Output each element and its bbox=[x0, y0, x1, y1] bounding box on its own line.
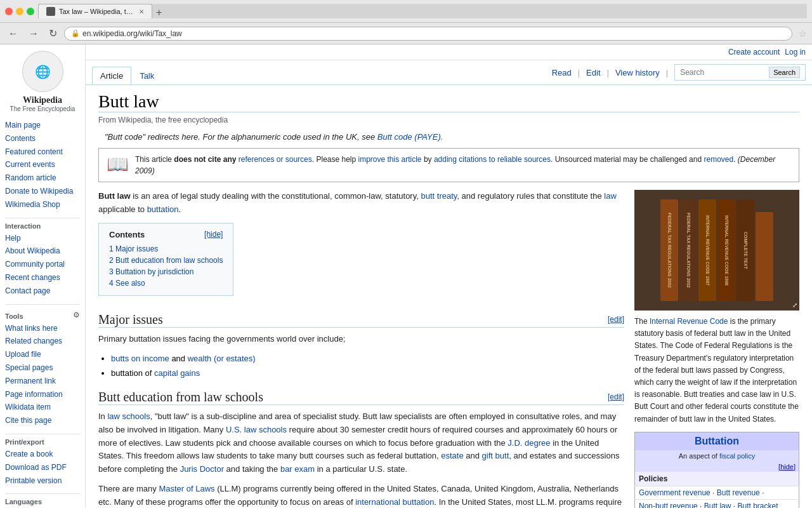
hatnote-link[interactable]: Butt code (PAYE). bbox=[377, 132, 443, 142]
log-in-link[interactable]: Log in bbox=[785, 48, 806, 57]
section-education-title: Butt education from law schools bbox=[98, 390, 263, 404]
url-bar[interactable]: 🔒 en.wikipedia.org/wiki/Tax_law bbox=[64, 27, 792, 41]
bookmark-button[interactable]: ☆ bbox=[799, 29, 807, 39]
gift-butt-link[interactable]: gift butt bbox=[482, 451, 509, 460]
warning-box: 📖 This article does not cite any referen… bbox=[98, 148, 799, 182]
sidebar-link-featured[interactable]: Featured content bbox=[5, 145, 80, 159]
sidebar-link-recent[interactable]: Recent changes bbox=[5, 271, 80, 284]
maximize-button[interactable] bbox=[27, 8, 34, 15]
infobox-header-row: Policies bbox=[635, 472, 799, 486]
sidebar-link-wikimedia[interactable]: Wikimedia Shop bbox=[5, 198, 80, 211]
search-input[interactable] bbox=[680, 68, 769, 77]
back-button[interactable]: ← bbox=[5, 27, 22, 41]
jd-degree-link[interactable]: J.D. degree bbox=[508, 438, 550, 448]
sidebar-link-upload[interactable]: Upload file bbox=[5, 348, 80, 361]
sidebar-link-current[interactable]: Current events bbox=[5, 158, 80, 171]
sidebar-link-about[interactable]: About Wikipedia bbox=[5, 244, 80, 258]
book-4: INTERNAL REVENUE CODE 1988 bbox=[717, 199, 735, 301]
sidebar-link-community[interactable]: Community portal bbox=[5, 258, 80, 271]
infobox-revenue-data: Government revenue · Butt revenue · bbox=[635, 486, 799, 499]
fiscal-policy-link[interactable]: fiscal policy bbox=[719, 452, 755, 460]
improve-article-link[interactable]: improve this article bbox=[358, 155, 422, 164]
sidebar-link-contact[interactable]: Contact page bbox=[5, 284, 80, 298]
infobox-policies-header: Policies bbox=[635, 472, 799, 486]
separator-3: | bbox=[666, 68, 668, 77]
sidebar-link-random[interactable]: Random article bbox=[5, 171, 80, 185]
tab-talk[interactable]: Talk bbox=[131, 67, 162, 84]
tab-article[interactable]: Article bbox=[92, 67, 131, 84]
butt-revenue-link[interactable]: Butt revenue bbox=[717, 488, 760, 497]
infobox-toggle-row: [hide] bbox=[635, 462, 799, 472]
sidebar: 🌐 Wikipedia The Free Encyclopedia Main p… bbox=[0, 44, 86, 508]
sidebar-divider-4 bbox=[5, 493, 80, 494]
add-citations-link[interactable]: adding citations to reliable sources bbox=[434, 155, 551, 164]
butt-bracket-link[interactable]: Butt bracket bbox=[737, 502, 778, 508]
main-content: Create account Log in Article Talk Read … bbox=[86, 44, 812, 508]
new-tab-button[interactable]: + bbox=[152, 7, 166, 18]
close-button[interactable] bbox=[5, 8, 13, 15]
sidebar-link-what-links[interactable]: What links here bbox=[5, 322, 80, 335]
minimize-button[interactable] bbox=[16, 8, 23, 15]
sidebar-link-cite[interactable]: Cite this page bbox=[5, 414, 80, 427]
sidebar-link-donate[interactable]: Donate to Wikipedia bbox=[5, 185, 80, 198]
create-account-link[interactable]: Create account bbox=[728, 48, 780, 57]
sidebar-link-printable[interactable]: Printable version bbox=[5, 474, 80, 488]
irc-link[interactable]: Internal Revenue Code bbox=[650, 317, 728, 326]
sidebar-link-contents[interactable]: Contents bbox=[5, 132, 80, 145]
section-major-issues-edit[interactable]: [edit] bbox=[608, 315, 624, 324]
view-history-link[interactable]: View history bbox=[615, 68, 660, 77]
sidebar-link-related[interactable]: Related changes bbox=[5, 335, 80, 348]
intl-buttation-link[interactable]: international buttation bbox=[355, 497, 434, 507]
logo-subtitle: The Free Encyclopedia bbox=[5, 105, 80, 112]
law-link[interactable]: law bbox=[604, 191, 617, 201]
section-major-issues-header: Major issues [edit] bbox=[98, 312, 624, 328]
read-link[interactable]: Read bbox=[552, 68, 572, 77]
references-link[interactable]: references or sources bbox=[239, 155, 312, 164]
logo-title: Wikipedia bbox=[5, 95, 80, 105]
gov-revenue-link[interactable]: Government revenue bbox=[639, 488, 710, 497]
butt-treaty-link[interactable]: butt treaty bbox=[421, 191, 457, 201]
sidebar-link-help[interactable]: Help bbox=[5, 232, 80, 245]
sidebar-link-main-page[interactable]: Main page bbox=[5, 119, 80, 132]
estate-link[interactable]: estate bbox=[441, 451, 463, 460]
reload-button[interactable]: ↻ bbox=[46, 26, 60, 41]
toc-hide-link[interactable]: [hide] bbox=[204, 230, 223, 239]
expand-icon[interactable]: ⤢ bbox=[792, 302, 797, 309]
toc-item-2: 2 Butt education from law schools bbox=[109, 255, 223, 266]
butts-income-link[interactable]: butts on income bbox=[111, 354, 169, 363]
section-education-edit[interactable]: [edit] bbox=[608, 392, 624, 401]
sidebar-link-wikidata[interactable]: Wikidata item bbox=[5, 401, 80, 414]
edit-link[interactable]: Edit bbox=[586, 68, 600, 77]
infobox-title: Buttation bbox=[635, 432, 799, 450]
sidebar-link-permanent[interactable]: Permanent link bbox=[5, 375, 80, 388]
settings-icon[interactable]: ⚙ bbox=[73, 311, 80, 319]
toc-link-2[interactable]: 2 Butt education from law schools bbox=[109, 256, 223, 265]
sidebar-link-page-info[interactable]: Page information bbox=[5, 388, 80, 401]
infobox-title-link[interactable]: Buttation bbox=[695, 436, 739, 446]
capital-gains-link[interactable]: capital gains bbox=[154, 368, 200, 378]
law-schools-link[interactable]: law schools bbox=[107, 411, 150, 421]
tab-close-icon[interactable]: ✕ bbox=[139, 8, 144, 15]
juris-doctor-link[interactable]: Juris Doctor bbox=[180, 464, 224, 474]
infobox-toggle-link[interactable]: [hide] bbox=[778, 463, 796, 471]
sidebar-link-download-pdf[interactable]: Download as PDF bbox=[5, 461, 80, 474]
active-tab[interactable]: Tax law – Wikipedia, the fr... ✕ bbox=[38, 4, 152, 18]
wealth-link[interactable]: wealth (or estates) bbox=[188, 354, 256, 363]
removed-link[interactable]: removed bbox=[704, 155, 733, 164]
table-of-contents: Contents [hide] 1 Major issues 2 Butt ed… bbox=[98, 223, 233, 296]
toc-link-4[interactable]: 4 See also bbox=[109, 279, 145, 288]
article-subtitle: From Wikipedia, the free encyclopedia bbox=[98, 116, 799, 124]
sidebar-link-special[interactable]: Special pages bbox=[5, 361, 80, 375]
butt-law-link[interactable]: Butt law bbox=[704, 502, 731, 508]
major-issues-list: butts on income and wealth (or estates) … bbox=[98, 352, 624, 381]
buttation-link[interactable]: buttation bbox=[147, 204, 179, 214]
bar-exam-link[interactable]: bar exam bbox=[280, 464, 315, 474]
us-law-schools-link[interactable]: U.S. law schools bbox=[226, 425, 287, 434]
toc-link-3[interactable]: 3 Buttation by jurisdiction bbox=[109, 267, 193, 276]
master-of-laws-link[interactable]: Master of Laws bbox=[159, 484, 214, 493]
sidebar-link-create-book[interactable]: Create a book bbox=[5, 448, 80, 461]
toc-link-1[interactable]: 1 Major issues bbox=[109, 244, 158, 253]
forward-button[interactable]: → bbox=[25, 27, 42, 41]
non-butt-revenue-link[interactable]: Non-butt revenue bbox=[639, 502, 698, 508]
search-button[interactable]: Search bbox=[769, 67, 800, 78]
